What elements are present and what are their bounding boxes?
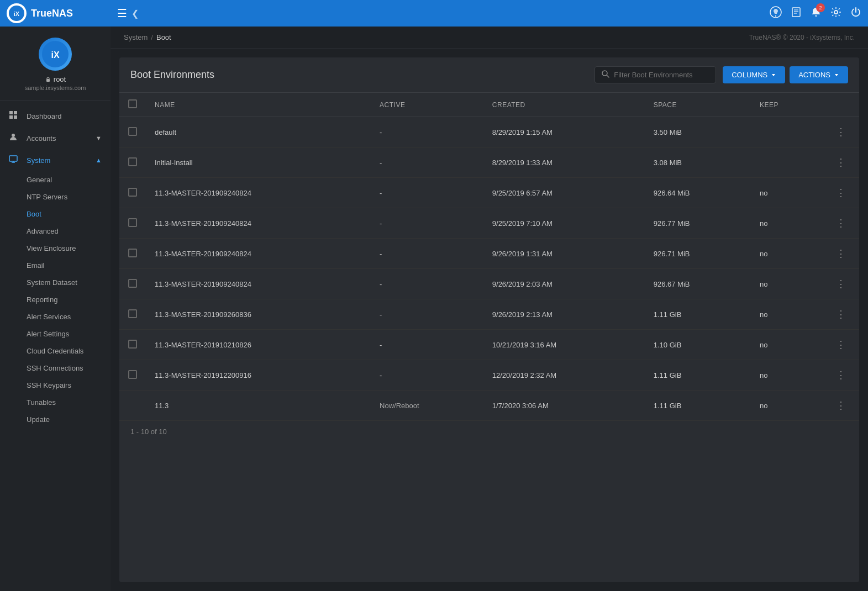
cell-keep [751,147,823,178]
sidebar-item-cloud-credentials[interactable]: Cloud Credentials [0,342,111,360]
table-body: default-8/29/2019 1:15 AM3.50 MiB⋮Initia… [119,117,859,421]
row-action-button[interactable]: ⋮ [832,336,850,353]
table-row: 11.3-MASTER-201909240824-9/26/2019 1:31 … [119,239,859,269]
row-checkbox[interactable] [128,279,137,288]
row-checkbox[interactable] [128,249,137,257]
svg-point-3 [775,15,776,16]
svg-point-16 [12,134,15,137]
svg-rect-17 [9,156,17,161]
sidebar-item-alert-services[interactable]: Alert Services [0,308,111,325]
breadcrumb-system[interactable]: System [124,33,148,41]
row-checkbox[interactable] [128,127,137,136]
power-icon[interactable] [850,7,861,20]
top-navbar: iX TrueNAS ☰ ❮ 2 [0,0,868,27]
select-all-checkbox[interactable] [128,99,137,108]
column-row-actions [823,93,859,117]
cell-keep: no [751,208,823,239]
sidebar-item-email[interactable]: Email [0,257,111,274]
row-action-button[interactable]: ⋮ [832,397,850,414]
cell-name: 11.3-MASTER-201909240824 [146,208,371,239]
sidebar-item-boot[interactable]: Boot [0,205,111,223]
search-box[interactable] [595,66,716,83]
search-input[interactable] [614,71,709,79]
cell-space: 1.10 GiB [645,330,751,360]
breadcrumb-separator: / [151,33,153,41]
svg-rect-12 [9,111,13,114]
sidebar-item-ntp-servers[interactable]: NTP Servers [0,188,111,205]
pagination: 1 - 10 of 10 [119,421,859,442]
sidebar-item-reporting[interactable]: Reporting [0,291,111,308]
sidebar-item-accounts[interactable]: Accounts ▼ [0,127,111,149]
sidebar-item-general[interactable]: General [0,171,111,188]
sidebar-item-tunables[interactable]: Tunables [0,394,111,411]
panel-title: Boot Environments [130,69,595,81]
row-checkbox[interactable] [128,370,137,379]
svg-text:iX: iX [51,50,59,60]
row-action-button[interactable]: ⋮ [832,124,850,140]
profile-name: root [9,75,102,83]
cell-space: 3.08 MiB [645,147,751,178]
sidebar-item-dashboard[interactable]: Dashboard [0,105,111,127]
columns-button[interactable]: COLUMNS [723,66,785,83]
search-icon [602,70,609,80]
actions-button[interactable]: ACTIONS [790,66,848,83]
profile-host: sample.ixsystems.com [9,85,102,91]
row-action-button[interactable]: ⋮ [832,276,850,292]
cell-space: 926.71 MiB [645,239,751,269]
column-created: Created [483,93,645,117]
notifications-icon[interactable]: 2 [811,7,822,20]
row-checkbox[interactable] [128,157,137,166]
row-action-button[interactable]: ⋮ [832,184,850,201]
sidebar: iX root sample.ixsystems.com Dashboard [0,27,111,591]
table-row: 11.3Now/Reboot1/7/2020 3:06 AM1.11 GiBno… [119,391,859,421]
system-icon [9,155,20,166]
cell-created: 12/20/2019 2:32 AM [483,360,645,391]
row-checkbox[interactable] [128,309,137,318]
cell-created: 9/26/2019 1:31 AM [483,239,645,269]
back-button[interactable]: ❮ [131,8,139,19]
sidebar-item-ssh-keypairs[interactable]: SSH Keypairs [0,377,111,394]
sidebar-item-dashboard-label: Dashboard [27,112,62,120]
support-icon[interactable] [770,6,782,21]
breadcrumb-boot: Boot [156,33,171,41]
sidebar-item-alert-settings[interactable]: Alert Settings [0,325,111,342]
app-name: TrueNAS [31,8,73,19]
row-checkbox[interactable] [128,218,137,227]
cell-space: 926.77 MiB [645,208,751,239]
row-action-button[interactable]: ⋮ [832,245,850,262]
svg-line-21 [607,75,609,77]
sidebar-item-system-dataset[interactable]: System Dataset [0,274,111,291]
cell-keep: no [751,269,823,299]
row-action-button[interactable]: ⋮ [832,154,850,171]
row-action-button[interactable]: ⋮ [832,215,850,231]
hamburger-menu[interactable]: ☰ [117,7,127,20]
svg-rect-14 [9,115,13,119]
row-checkbox[interactable] [128,188,137,197]
cell-space: 1.11 GiB [645,391,751,421]
cell-keep [751,117,823,147]
cell-name: 11.3-MASTER-201909240824 [146,269,371,299]
cell-keep: no [751,239,823,269]
table-row: 11.3-MASTER-201909260836-9/26/2019 2:13 … [119,299,859,330]
app-logo: iX TrueNAS [7,3,117,23]
cell-space: 1.11 GiB [645,360,751,391]
sidebar-item-system[interactable]: System ▲ [0,149,111,171]
sidebar-item-advanced[interactable]: Advanced [0,223,111,240]
settings-icon[interactable] [830,7,841,20]
row-action-button[interactable]: ⋮ [832,367,850,383]
sidebar-item-update[interactable]: Update [0,411,111,428]
sidebar-item-view-enclosure[interactable]: View Enclosure [0,240,111,257]
sidebar-item-system-label: System [27,156,50,165]
cell-name: 11.3 [146,391,371,421]
lock-icon [45,76,51,83]
cell-created: 8/29/2019 1:15 AM [483,117,645,147]
changelog-icon[interactable] [791,7,802,20]
cell-active: - [371,360,483,391]
topbar-actions: 2 [770,6,861,21]
dashboard-icon [9,110,20,122]
cell-keep: no [751,299,823,330]
row-action-button[interactable]: ⋮ [832,306,850,323]
row-checkbox[interactable] [128,340,137,349]
logo-icon: iX [7,3,27,23]
sidebar-item-ssh-connections[interactable]: SSH Connections [0,360,111,377]
